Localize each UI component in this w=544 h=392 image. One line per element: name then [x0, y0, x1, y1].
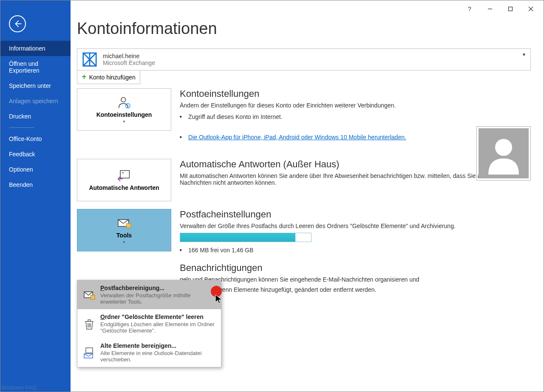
- backstage-sidebar: Informationen Öffnen und Exportieren Spe…: [0, 0, 71, 392]
- svg-rect-14: [91, 295, 95, 299]
- section-heading-rules: Benachrichtigungen: [180, 262, 531, 274]
- account-selector[interactable]: michael.heine Microsoft Exchange ▼: [77, 48, 531, 71]
- svg-point-8: [495, 139, 512, 156]
- add-account-button[interactable]: + Konto hinzufügen: [77, 71, 140, 84]
- plus-icon: +: [82, 72, 87, 82]
- page-title: Kontoinformationen: [77, 20, 531, 38]
- chevron-down-icon: ▼: [122, 120, 126, 124]
- svg-rect-12: [126, 223, 131, 228]
- section-desc-mailbox: Verwalten der Größe Ihres Postfachs durc…: [180, 223, 531, 229]
- account-type: Microsoft Exchange: [103, 59, 155, 66]
- trash-icon: [83, 314, 95, 334]
- mailbox-usage-text: 166 MB frei von 1,46 GB: [188, 245, 531, 255]
- menu-item-desc: Endgültiges Löschen aller Elemente im Or…: [100, 321, 215, 334]
- tile-automatische-antworten[interactable]: Automatische Antworten: [77, 159, 171, 201]
- add-account-label: Konto hinzufügen: [89, 74, 136, 81]
- svg-point-7: [127, 105, 129, 107]
- menu-postfachbereinigung[interactable]: Postfachbereinigung... Verwalten der Pos…: [77, 280, 221, 309]
- nav-speichern-unter[interactable]: Speichern unter: [0, 78, 71, 93]
- menu-item-desc: Verwalten der Postfachgröße mithilfe erw…: [100, 292, 215, 305]
- nav-optionen[interactable]: Optionen: [0, 162, 71, 177]
- menu-item-desc: Alte Elemente in eine Outlook-Datendatei…: [100, 350, 215, 363]
- mailbox-usage-fill: [180, 233, 295, 242]
- mailbox-tools-icon: [116, 217, 132, 230]
- mailbox-clean-icon: [83, 285, 95, 305]
- tile-tools[interactable]: Tools ▼: [77, 209, 171, 251]
- section-heading-settings: Kontoeinstellungen: [180, 88, 531, 99]
- section-desc-rules-1: geln und Benachrichtigungen können Sie e…: [180, 276, 531, 283]
- nav-feedback[interactable]: Feedback: [0, 147, 71, 162]
- nav-oeffnen-exportieren[interactable]: Öffnen und Exportieren: [0, 56, 71, 78]
- menu-item-title: Postfachbereinigung...: [100, 285, 215, 291]
- nav-anlagen-speichern: Anlagen speichern: [0, 93, 71, 109]
- menu-alte-elemente[interactable]: Alte Elemente bereinigen... Alte Element…: [77, 338, 221, 367]
- archive-icon: [83, 343, 95, 363]
- auto-reply-icon: [116, 169, 132, 183]
- svg-rect-15: [86, 348, 93, 353]
- menu-item-title: Alte Elemente bereinigen...: [100, 342, 215, 349]
- svg-rect-1: [509, 7, 513, 11]
- nav-separator: [9, 127, 34, 128]
- tile-label: Tools: [116, 232, 132, 239]
- person-gear-icon: [116, 96, 132, 110]
- section-desc-settings: Ändern der Einstellungen für dieses Kont…: [180, 102, 531, 109]
- account-name: michael.heine: [103, 53, 155, 59]
- svg-rect-9: [120, 171, 129, 178]
- person-silhouette-icon: [482, 132, 525, 175]
- close-button[interactable]: [527, 5, 535, 13]
- exchange-icon: [82, 51, 98, 68]
- tools-dropdown: Postfachbereinigung... Verwalten der Pos…: [77, 280, 221, 367]
- nav-drucken[interactable]: Drucken: [0, 109, 71, 124]
- watermark: Windows-FAQ: [1, 384, 37, 391]
- outlook-app-link[interactable]: Die Outlook-App für iPhone, iPad, Androi…: [188, 134, 406, 141]
- chevron-down-icon: ▼: [122, 240, 126, 244]
- back-button[interactable]: [9, 15, 26, 32]
- nav-informationen[interactable]: Informationen: [0, 41, 71, 56]
- chevron-down-icon: ▼: [522, 52, 526, 57]
- minimize-button[interactable]: [486, 5, 494, 13]
- svg-point-5: [121, 97, 126, 102]
- nav-office-konto[interactable]: Office-Konto: [0, 131, 71, 147]
- help-button[interactable]: ?: [465, 5, 474, 13]
- tile-label: Kontoeinstellungen: [96, 111, 152, 118]
- tile-label: Automatische Antworten: [89, 184, 159, 191]
- avatar[interactable]: [476, 126, 531, 180]
- menu-item-title: Ordner "Gelöschte Elemente" leeren: [100, 313, 215, 320]
- nav-beenden[interactable]: Beenden: [0, 177, 71, 192]
- cursor-icon: [215, 294, 223, 307]
- tile-kontoeinstellungen[interactable]: Kontoeinstellungen ▼: [77, 88, 171, 131]
- mailbox-usage-bar: [180, 233, 312, 242]
- svg-point-10: [122, 172, 124, 174]
- section-heading-mailbox: Postfacheinstellungen: [180, 209, 531, 220]
- settings-bullet-1: Zugriff auf dieses Konto im Internet.: [188, 112, 531, 121]
- section-desc-rules-2: n empfangen, wenn Elemente hinzugefügt, …: [180, 286, 531, 293]
- menu-ordner-leeren[interactable]: Ordner "Gelöschte Elemente" leeren Endgü…: [77, 309, 221, 338]
- maximize-button[interactable]: [506, 5, 515, 13]
